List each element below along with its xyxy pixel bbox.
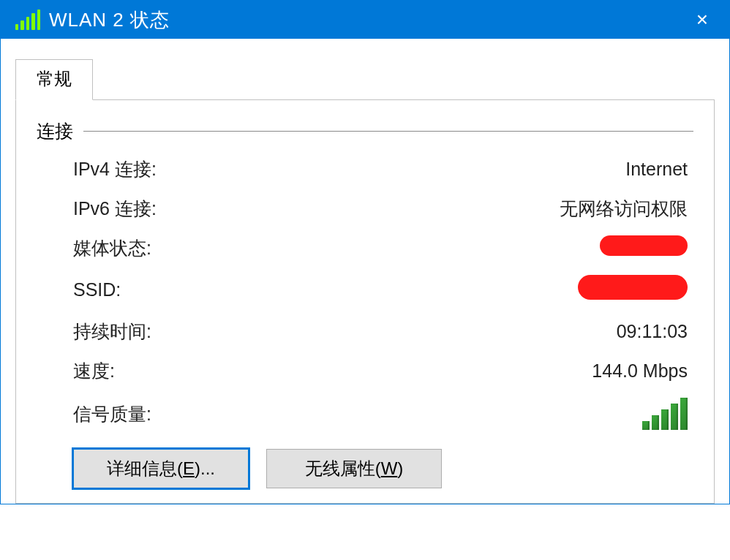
close-button[interactable]: × [685, 3, 719, 37]
close-icon: × [696, 8, 708, 31]
value-speed: 144.0 Mbps [592, 360, 688, 382]
label-ipv6: IPv6 连接: [73, 197, 157, 221]
row-ipv4: IPv4 连接: Internet [73, 156, 688, 181]
label-duration: 持续时间: [73, 319, 151, 344]
connection-section-label: 连接 [37, 119, 73, 143]
connection-properties: IPv4 连接: Internet IPv6 连接: 无网络访问权限 媒体状态:… [37, 156, 693, 430]
label-ssid: SSID: [73, 279, 121, 300]
window-title: WLAN 2 状态 [49, 7, 685, 33]
signal-bars-icon [642, 398, 688, 430]
tab-strip: 常规 [15, 59, 715, 100]
value-media-state [600, 235, 688, 260]
row-ssid: SSID: [73, 275, 688, 304]
tab-general[interactable]: 常规 [15, 59, 93, 100]
value-ipv4: Internet [625, 159, 688, 180]
redacted-media-state [600, 235, 688, 256]
row-speed: 速度: 144.0 Mbps [73, 358, 688, 383]
row-signal-quality: 信号质量: [73, 398, 688, 430]
label-ipv4: IPv4 连接: [73, 157, 157, 181]
label-signal-quality: 信号质量: [73, 402, 151, 426]
general-panel: 连接 IPv4 连接: Internet IPv6 连接: 无网络访问权限 媒体… [15, 100, 715, 504]
value-ssid [578, 275, 688, 304]
value-ipv6: 无网络访问权限 [560, 197, 688, 221]
wireless-properties-button[interactable]: 无线属性(W) [266, 449, 442, 488]
label-media-state: 媒体状态: [73, 236, 151, 260]
section-divider [83, 131, 693, 132]
row-duration: 持续时间: 09:11:03 [73, 319, 688, 344]
wifi-signal-icon [15, 10, 40, 30]
content-area: 常规 连接 IPv4 连接: Internet IPv6 连接: 无网络访问权限… [1, 39, 729, 504]
wlan-status-window: WLAN 2 状态 × 常规 连接 IPv4 连接: Internet IPv6… [0, 0, 730, 504]
value-signal-quality [642, 398, 688, 430]
connection-section-header: 连接 [37, 119, 693, 143]
button-row: 详细信息(E)... 无线属性(W) [37, 449, 693, 488]
row-media-state: 媒体状态: [73, 235, 688, 260]
row-ipv6: IPv6 连接: 无网络访问权限 [73, 196, 688, 221]
titlebar: WLAN 2 状态 × [1, 1, 729, 39]
label-speed: 速度: [73, 359, 115, 383]
redacted-ssid [578, 275, 688, 300]
details-button[interactable]: 详细信息(E)... [73, 449, 249, 488]
value-duration: 09:11:03 [617, 321, 688, 342]
